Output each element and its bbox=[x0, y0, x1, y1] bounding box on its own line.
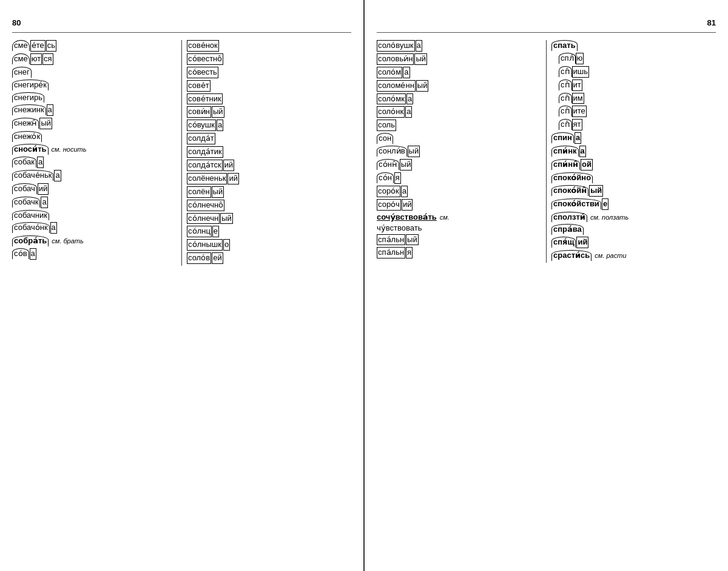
word-part: соло́нк bbox=[377, 106, 405, 118]
list-item: соро́чий bbox=[377, 199, 535, 211]
list-item: собаче́нька bbox=[12, 170, 170, 181]
word-part: сове́нок bbox=[187, 40, 219, 52]
list-item: солда́т bbox=[187, 133, 345, 144]
list-item: спа́льный bbox=[377, 234, 535, 246]
word-part: сп̂ишь bbox=[559, 66, 589, 78]
list-item: соло́вушка bbox=[377, 40, 535, 52]
word-part: ый bbox=[400, 159, 413, 171]
word-part: со́в bbox=[12, 248, 29, 259]
list-item: снежо́к bbox=[12, 131, 170, 142]
right-page-col1: соло́вушка соловьи́ный соло́ма соломе́нн… bbox=[377, 40, 541, 263]
word-part: со́вушк bbox=[187, 120, 216, 131]
word-part: ый bbox=[416, 80, 429, 92]
list-item: спать bbox=[551, 40, 710, 51]
word-part: соломе́нн bbox=[377, 80, 416, 92]
word-part: спи́нк bbox=[551, 146, 579, 157]
word-part: е bbox=[212, 226, 219, 237]
list-item: соло́нка bbox=[377, 106, 535, 118]
word-part: а bbox=[30, 248, 36, 260]
word-part: со́лнечно̂ bbox=[187, 200, 224, 211]
list-item: сове́нок bbox=[187, 40, 345, 52]
word-part: е́те bbox=[30, 40, 46, 52]
word-part: со́лнечн bbox=[187, 213, 220, 225]
word-part: ый bbox=[406, 234, 419, 246]
word-part: ят bbox=[572, 119, 582, 130]
word-part: а bbox=[405, 106, 412, 118]
word-part: ий bbox=[402, 199, 413, 211]
list-item: спл̂ю bbox=[551, 53, 710, 64]
word-part: сп̂им bbox=[559, 93, 584, 104]
word-part: соло́м bbox=[377, 67, 402, 78]
word-part: со́вестно̂ bbox=[187, 53, 223, 65]
word-part: снежо́к bbox=[12, 131, 42, 142]
list-item: солёненький bbox=[187, 173, 345, 184]
word-part: а bbox=[579, 146, 586, 157]
word-ref: см. носить bbox=[52, 146, 87, 153]
page-number-left: 80 bbox=[12, 18, 351, 27]
word-part: спи́нн̂ bbox=[551, 159, 580, 170]
word-part: ий bbox=[38, 183, 49, 195]
word-part: а bbox=[41, 197, 47, 208]
word-part: снежинк bbox=[12, 104, 46, 115]
list-item: со́лнечный bbox=[187, 213, 345, 225]
word-part: спа́льн bbox=[377, 234, 405, 246]
list-item: сочу́вствова́тьсм. bbox=[377, 212, 535, 221]
word-part: споко́йн̂ bbox=[551, 185, 588, 196]
word-part: со́весть bbox=[187, 67, 218, 78]
list-item: снегирь bbox=[12, 92, 170, 103]
list-item: снегире́к bbox=[12, 79, 170, 90]
list-item: сп̂ят bbox=[551, 119, 710, 130]
word-part: ий bbox=[223, 160, 235, 171]
word-part: сме bbox=[12, 53, 30, 64]
word-part: а bbox=[403, 67, 410, 78]
word-part: ют bbox=[30, 53, 42, 65]
column-divider bbox=[546, 40, 547, 263]
word-part: им bbox=[572, 93, 584, 104]
page-left: 80 смее́тесь смеются снег снегире́к bbox=[0, 0, 365, 571]
word-part: а bbox=[575, 132, 581, 144]
list-item: со́лнце bbox=[187, 226, 345, 237]
word-part: со́лнышк bbox=[187, 239, 223, 251]
word-part: соль bbox=[377, 120, 396, 131]
list-item: снежн̂ый bbox=[12, 118, 170, 129]
word-part: о bbox=[223, 239, 230, 251]
word-ref: см. расти bbox=[595, 252, 626, 259]
word-part: снегирь bbox=[12, 92, 44, 103]
list-item: собачка bbox=[12, 197, 170, 208]
word-part: спя́щ bbox=[551, 237, 576, 248]
list-item: соло́ма bbox=[377, 67, 535, 78]
list-item: спина bbox=[551, 132, 710, 144]
word-part: а bbox=[406, 93, 413, 105]
word-part: споко́йстви bbox=[551, 198, 601, 209]
word-part: ю bbox=[576, 53, 584, 64]
word-part: я bbox=[406, 247, 413, 258]
word-part: сочу́вствова́ть bbox=[377, 212, 437, 221]
list-item: сползти́см. ползать bbox=[551, 212, 710, 223]
word-part: сп̂ит bbox=[559, 79, 582, 91]
list-item: сон bbox=[377, 133, 535, 144]
word-part: сноси́ть bbox=[12, 144, 49, 155]
word-part: е bbox=[602, 198, 608, 210]
word-ref: см. bbox=[440, 214, 450, 221]
word-part: соло́мк bbox=[377, 93, 406, 105]
word-part: ой bbox=[581, 159, 593, 171]
word-part: сове́т bbox=[187, 80, 211, 92]
word-part: ся bbox=[42, 53, 53, 65]
word-part: со́лнц bbox=[187, 226, 212, 237]
word-ref: см. ползать bbox=[590, 214, 629, 221]
word-part: а bbox=[54, 170, 61, 181]
list-item: сп̂ите bbox=[551, 106, 710, 117]
word-part: спра́ва bbox=[551, 224, 584, 235]
list-item: собра́тьсм. брать bbox=[12, 235, 170, 246]
word-part: ит bbox=[572, 79, 582, 91]
list-item: со́ня bbox=[377, 172, 535, 184]
word-part: собачник bbox=[12, 210, 49, 221]
word-part: сп̂ bbox=[559, 79, 572, 90]
word-part: а bbox=[401, 186, 408, 197]
list-item: сове́тник bbox=[187, 93, 345, 105]
word-part: а bbox=[37, 157, 44, 168]
list-item: собачо́нка bbox=[12, 222, 170, 234]
list-item: сонли́вый bbox=[377, 146, 535, 157]
word-part: солда́тик bbox=[187, 146, 223, 158]
list-item: спя́щий bbox=[551, 237, 710, 248]
